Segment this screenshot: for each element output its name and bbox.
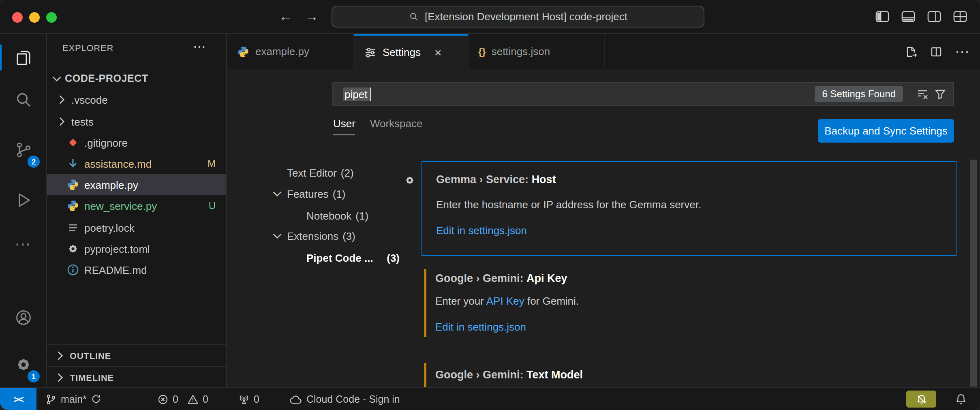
cloud-code-status-item[interactable]: Cloud Code - Sign in xyxy=(289,388,400,410)
chevron-right-icon xyxy=(53,349,66,362)
json-braces-icon: {} xyxy=(478,46,486,57)
section-label: OUTLINE xyxy=(70,351,111,361)
toc-pipet-code[interactable]: Pipet Code ... (3) xyxy=(267,247,401,268)
activity-explorer[interactable] xyxy=(0,38,46,77)
bell-slash-icon xyxy=(916,393,927,405)
toc-label: Extensions xyxy=(287,230,338,242)
tree-item-readme-md[interactable]: README.md xyxy=(47,259,227,280)
git-untracked-badge: U xyxy=(209,200,216,211)
git-modified-badge: M xyxy=(208,158,216,169)
activity-account[interactable] xyxy=(0,298,46,337)
activity-more[interactable]: ⋯ xyxy=(0,224,46,263)
setting-title: Google › Gemini: Text Model xyxy=(435,369,583,381)
error-count: 0 xyxy=(173,393,178,405)
vscode-window: ← → [Extension Development Host] code-pr… xyxy=(0,0,980,410)
tab-settings[interactable]: Settings × xyxy=(354,34,469,69)
status-bar: >< main* 0 0 0 Cloud Code - Sign in xyxy=(0,387,980,410)
toc-label: Text Editor xyxy=(287,167,337,179)
tree-item-poetry-lock[interactable]: poetry.lock xyxy=(47,217,227,238)
setting-actions-gear[interactable] xyxy=(404,173,416,186)
toggle-secondary-sidebar-icon[interactable] xyxy=(927,11,941,23)
activity-settings[interactable]: 1 xyxy=(0,345,46,384)
activity-search[interactable] xyxy=(0,80,46,119)
chevron-right-icon xyxy=(55,115,68,128)
command-center-search[interactable]: [Extension Development Host] code-projec… xyxy=(332,6,704,28)
problems-status-item[interactable]: 0 0 xyxy=(157,388,208,410)
settings-search-input[interactable]: pipet 6 Settings Found xyxy=(332,82,954,106)
item-label: README.md xyxy=(84,264,147,276)
radio-tower-icon xyxy=(238,393,250,405)
search-query-text: pipet xyxy=(343,87,369,101)
warning-icon xyxy=(187,393,199,405)
tree-item-new-service-py[interactable]: new_service.py U xyxy=(47,195,227,216)
git-file-icon xyxy=(66,136,79,149)
close-icon[interactable]: × xyxy=(434,47,442,58)
section-outline[interactable]: OUTLINE xyxy=(47,344,227,366)
edit-in-settings-json-link[interactable]: Edit in settings.json xyxy=(436,224,527,237)
macos-zoom-button[interactable] xyxy=(46,12,57,23)
settings-sliders-icon xyxy=(364,46,377,59)
activity-source-control[interactable]: 2 xyxy=(0,130,46,169)
macos-minimize-button[interactable] xyxy=(29,12,40,23)
clear-search-filters-icon[interactable] xyxy=(916,88,929,100)
ports-status-item[interactable]: 0 xyxy=(238,388,259,410)
setting-description: Enter your API Key for Gemini. xyxy=(435,295,579,307)
toc-text-editor[interactable]: Text Editor (2) xyxy=(267,162,401,183)
toggle-panel-icon[interactable] xyxy=(901,11,915,23)
split-editor-icon[interactable] xyxy=(930,45,943,58)
scope-tab-user[interactable]: User xyxy=(333,117,355,135)
more-actions-icon[interactable]: ⋯ xyxy=(193,39,206,54)
tree-item-tests[interactable]: tests xyxy=(47,111,227,132)
api-key-link[interactable]: API Key xyxy=(486,295,524,307)
toc-label: Features xyxy=(287,188,329,200)
toc-features[interactable]: Features (1) xyxy=(267,183,401,204)
toc-count: (3) xyxy=(387,252,400,264)
more-actions-icon[interactable]: ⋯ xyxy=(955,43,970,60)
scope-tab-workspace[interactable]: Workspace xyxy=(370,117,423,135)
tree-item-gitignore[interactable]: .gitignore xyxy=(47,132,227,153)
backup-sync-settings-button[interactable]: Backup and Sync Settings xyxy=(818,119,954,143)
setting-description: Enter the hostname or IP address for the… xyxy=(436,199,701,211)
description-text: Enter your xyxy=(435,295,486,307)
gear-file-icon xyxy=(66,242,79,255)
tree-root-code-project[interactable]: CODE-PROJECT xyxy=(47,68,227,89)
tab-settings-json[interactable]: {} settings.json xyxy=(469,34,605,69)
tab-label: Settings xyxy=(383,46,421,58)
text-caret xyxy=(370,87,371,101)
toc-extensions[interactable]: Extensions (3) xyxy=(267,225,401,246)
sidebar-title: EXPLORER xyxy=(62,43,113,53)
filter-funnel-icon[interactable] xyxy=(934,88,947,100)
setting-category: Gemma › Service: xyxy=(436,173,532,186)
toc-notebook[interactable]: Notebook (1) xyxy=(267,205,401,226)
notifications-status-item[interactable] xyxy=(955,388,967,410)
tree-item-vscode[interactable]: .vscode xyxy=(47,89,227,110)
explorer-sidebar: EXPLORER ⋯ CODE-PROJECT .vscode tests .g… xyxy=(47,34,227,387)
toggle-primary-sidebar-icon[interactable] xyxy=(875,11,889,23)
tree-item-assistance-md[interactable]: assistance.md M xyxy=(47,153,227,174)
customize-layout-icon[interactable] xyxy=(953,11,967,23)
scm-badge: 2 xyxy=(28,156,40,168)
open-settings-json-icon[interactable] xyxy=(905,45,918,58)
forward-icon[interactable]: → xyxy=(305,7,319,27)
list-file-icon xyxy=(66,221,79,234)
activity-run-debug[interactable] xyxy=(0,181,46,220)
tree-item-example-py[interactable]: example.py xyxy=(47,174,227,195)
editor-tab-bar: example.py Settings × {} settings.json ⋯ xyxy=(227,34,980,69)
tree-item-pyproject-toml[interactable]: pyproject.toml xyxy=(47,238,227,259)
back-icon[interactable]: ← xyxy=(279,7,293,27)
branch-status-item[interactable]: main* xyxy=(45,388,101,410)
setting-row-gemma-service-host[interactable]: Gemma › Service: Host Enter the hostname… xyxy=(422,161,956,256)
remote-indicator[interactable]: >< xyxy=(0,388,36,410)
toc-label: Notebook xyxy=(306,209,351,222)
scrollbar-thumb[interactable] xyxy=(970,160,977,387)
section-timeline[interactable]: TIMELINE xyxy=(47,366,227,387)
item-label: assistance.md xyxy=(84,158,152,170)
chevron-right-icon xyxy=(55,93,68,106)
do-not-disturb-status-item[interactable] xyxy=(906,391,936,408)
settings-found-badge: 6 Settings Found xyxy=(815,86,903,102)
search-icon xyxy=(13,90,33,109)
macos-close-button[interactable] xyxy=(12,12,23,23)
tab-example-py[interactable]: example.py xyxy=(227,34,354,69)
run-debug-icon xyxy=(13,190,33,210)
edit-in-settings-json-link[interactable]: Edit in settings.json xyxy=(435,321,526,333)
